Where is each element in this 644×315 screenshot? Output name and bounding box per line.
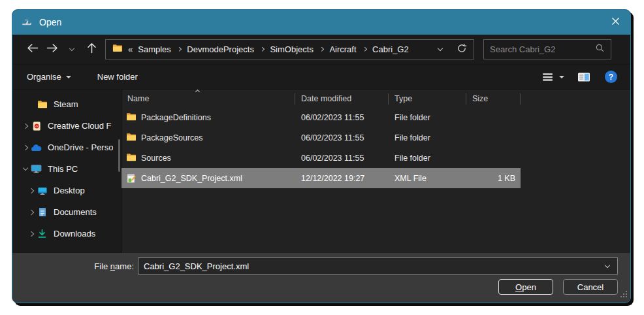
xml-icon	[126, 173, 137, 184]
folder-icon	[37, 99, 48, 110]
file-name-label: File name:	[12, 261, 134, 271]
dialog-footer: File name: Open Cancel	[12, 253, 630, 303]
sidebar-item-label: OneDrive - Perso	[48, 142, 113, 152]
folder-icon	[126, 133, 137, 143]
file-name-combobox	[138, 257, 618, 274]
sidebar-item-label: Steam	[54, 99, 78, 109]
chevron-down-icon	[66, 76, 71, 78]
sidebar-item-label: Documents	[54, 207, 97, 217]
window-title: Open	[39, 17, 61, 27]
sidebar-item-this-pc[interactable]: This PC	[12, 158, 121, 180]
open-button[interactable]: Open	[498, 279, 553, 295]
new-folder-button[interactable]: New folder	[97, 72, 138, 82]
expand-chevron-icon[interactable]	[26, 210, 37, 214]
file-row-packagedefinitions[interactable]: PackageDefinitions06/02/2023 11:55File f…	[121, 107, 521, 127]
close-icon	[611, 16, 620, 28]
file-row-packagesources[interactable]: PackageSources06/02/2023 11:55File folde…	[121, 127, 521, 148]
breadcrumb-item[interactable]: SimObjects	[268, 44, 314, 54]
sidebar-item-desktop[interactable]: Desktop	[12, 180, 121, 201]
address-bar[interactable]: « SamplesDevmodeProjectsSimObjectsAircra…	[105, 39, 474, 59]
resize-grip[interactable]	[620, 289, 628, 301]
main-area: SteamCreative Cloud FOneDrive - PersoThi…	[12, 90, 630, 253]
file-row-sources[interactable]: Sources06/02/2023 11:55File folder	[121, 148, 521, 168]
sidebar-item-label: Downloads	[54, 229, 95, 239]
size-cell: 1 KB	[466, 174, 521, 183]
sidebar-item-documents[interactable]: Documents	[12, 201, 121, 223]
search-input[interactable]	[490, 44, 595, 54]
file-name-text: PackageDefinitions	[141, 113, 211, 122]
breadcrumb-item[interactable]: DevmodeProjects	[185, 44, 255, 54]
recent-locations-button[interactable]	[62, 40, 82, 59]
expand-chevron-icon[interactable]	[26, 189, 37, 193]
file-name-text: Sources	[141, 154, 171, 163]
sidebar-item-label: Desktop	[54, 186, 85, 195]
expand-chevron-icon[interactable]	[20, 124, 31, 128]
search-icon[interactable]	[595, 43, 605, 56]
breadcrumb-item[interactable]: Samples	[137, 44, 172, 54]
downloads-icon	[37, 228, 48, 239]
folder-icon	[126, 153, 137, 163]
title-bar[interactable]: Open	[12, 10, 630, 35]
this-pc-icon	[31, 163, 42, 174]
file-name-text: PackageSources	[141, 133, 203, 142]
search-box	[483, 39, 611, 59]
sidebar-scrollbar-thumb[interactable]	[118, 139, 120, 172]
column-header-date-modified[interactable]: Date modified	[295, 90, 389, 107]
date-modified-cell: 06/02/2023 11:55	[295, 113, 389, 122]
arrow-left-icon	[27, 43, 39, 56]
open-dialog-window: Open «	[12, 9, 631, 303]
chevron-down-icon	[69, 46, 74, 51]
command-toolbar: Organise New folder ?	[12, 65, 630, 90]
forward-button[interactable]	[42, 40, 62, 59]
navigation-bar: « SamplesDevmodeProjectsSimObjectsAircra…	[12, 35, 630, 65]
type-cell: File folder	[389, 113, 466, 122]
cancel-button[interactable]: Cancel	[563, 279, 618, 295]
column-header-row: NameDate modifiedTypeSize	[121, 90, 521, 107]
organise-label: Organise	[27, 72, 61, 82]
help-icon[interactable]: ?	[605, 71, 617, 83]
documents-icon	[37, 207, 48, 218]
up-button[interactable]	[82, 40, 101, 59]
expand-chevron-icon[interactable]	[20, 146, 31, 150]
date-modified-cell: 06/02/2023 11:55	[295, 133, 389, 142]
navigation-sidebar: SteamCreative Cloud FOneDrive - PersoThi…	[12, 90, 121, 253]
onedrive-icon	[31, 142, 42, 153]
column-header-size[interactable]: Size	[466, 90, 521, 107]
back-button[interactable]	[23, 40, 42, 59]
date-modified-cell: 12/12/2022 19:27	[295, 174, 389, 183]
breadcrumb-chevron-icon	[260, 47, 264, 51]
sidebar-item-label: This PC	[48, 164, 78, 174]
folder-icon	[112, 44, 123, 55]
preview-pane-icon[interactable]	[577, 69, 590, 85]
close-button[interactable]	[600, 10, 630, 35]
refresh-icon[interactable]	[457, 43, 467, 56]
file-name-text: Cabri_G2_SDK_Project.xml	[141, 174, 242, 183]
sidebar-item-steam[interactable]: Steam	[12, 93, 121, 115]
breadcrumb-overflow[interactable]: «	[128, 44, 133, 54]
sidebar-item-creative-cloud-f[interactable]: Creative Cloud F	[12, 115, 121, 137]
sidebar-item-downloads[interactable]: Downloads	[12, 223, 121, 244]
type-cell: File folder	[389, 154, 466, 163]
expand-chevron-icon[interactable]	[26, 232, 37, 236]
view-options-dropdown-icon[interactable]	[559, 76, 564, 78]
column-header-type[interactable]: Type	[389, 90, 466, 107]
file-name-dropdown-icon[interactable]	[598, 265, 617, 267]
organise-button[interactable]: Organise	[27, 72, 71, 82]
arrow-right-icon	[46, 43, 58, 56]
sidebar-item-label: Creative Cloud F	[48, 121, 112, 131]
file-row-cabri-g2-sdk-project-xml[interactable]: Cabri_G2_SDK_Project.xml12/12/2022 19:27…	[121, 168, 521, 188]
breadcrumb: SamplesDevmodeProjectsSimObjectsAircraft…	[137, 44, 410, 54]
breadcrumb-chevron-icon	[319, 47, 323, 51]
address-dropdown-icon[interactable]	[438, 46, 443, 51]
details-view-icon[interactable]	[541, 69, 554, 85]
expand-chevron-icon[interactable]	[20, 168, 31, 170]
date-modified-cell: 06/02/2023 11:55	[295, 154, 389, 163]
breadcrumb-chevron-icon	[177, 47, 181, 51]
breadcrumb-item[interactable]: Aircraft	[328, 44, 357, 54]
column-header-name[interactable]: Name	[121, 90, 295, 107]
sidebar-item-onedrive-perso[interactable]: OneDrive - Perso	[12, 137, 121, 158]
file-name-input[interactable]	[138, 261, 598, 271]
arrow-up-icon	[87, 42, 97, 56]
breadcrumb-chevron-icon	[362, 47, 366, 51]
breadcrumb-item[interactable]: Cabri_G2	[371, 44, 410, 54]
